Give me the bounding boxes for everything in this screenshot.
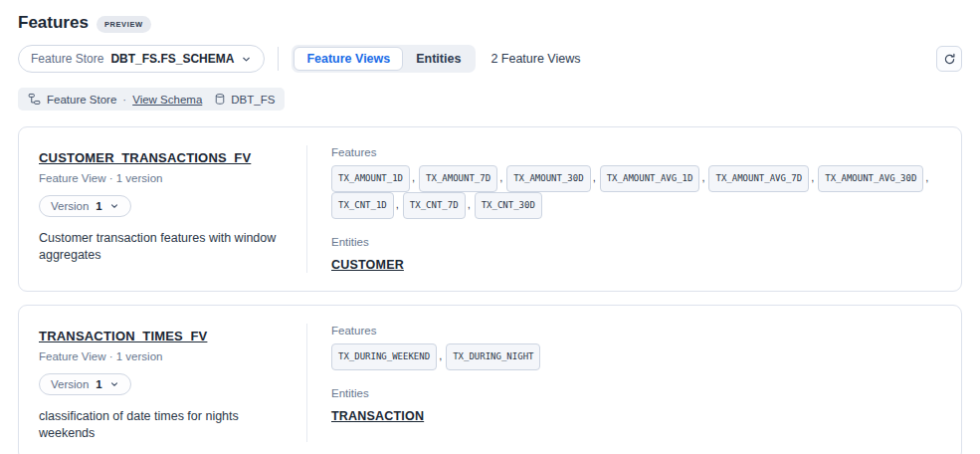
feature-view-subtitle: Feature View · 1 version <box>39 172 283 184</box>
page-title: Features <box>18 13 89 33</box>
refresh-icon <box>943 53 956 66</box>
feature-chip: TX_AMOUNT_7D <box>419 165 497 192</box>
feature-view-subtitle: Feature View · 1 version <box>39 350 283 362</box>
feature-chip: TX_AMOUNT_AVG_1D <box>600 165 700 192</box>
entity-link[interactable]: TRANSACTION <box>331 409 424 423</box>
refresh-button[interactable] <box>936 46 962 72</box>
feature-chip: TX_AMOUNT_1D <box>331 165 410 192</box>
feature-chip: TX_AMOUNT_AVG_7D <box>708 165 809 192</box>
view-tabs: Feature Views Entities <box>292 45 476 73</box>
version-select-label: Version <box>51 200 89 212</box>
comma-separator: , <box>412 171 415 183</box>
entity-link-list: CUSTOMER <box>331 255 937 273</box>
comma-separator: , <box>439 349 442 361</box>
tab-feature-views[interactable]: Feature Views <box>294 47 403 71</box>
database-icon <box>214 93 226 106</box>
comma-separator: , <box>925 171 928 183</box>
entities-section-label: Entities <box>331 387 937 399</box>
version-select-value: 1 <box>96 200 101 212</box>
feature-view-description: classification of date times for nights … <box>39 408 283 442</box>
feature-view-card: CUSTOMER_TRANSACTIONS_FV Feature View · … <box>18 126 962 292</box>
feature-view-list: CUSTOMER_TRANSACTIONS_FV Feature View · … <box>18 126 962 454</box>
comma-separator: , <box>593 171 596 183</box>
feature-store-select[interactable]: Feature Store DBT_FS.FS_SCHEMA <box>18 45 265 73</box>
feature-chip: TX_AMOUNT_AVG_30D <box>818 165 923 192</box>
feature-view-description: Customer transaction features with windo… <box>39 230 283 264</box>
feature-chip: TX_CNT_1D <box>331 192 394 219</box>
comma-separator: , <box>701 171 704 183</box>
comma-separator: , <box>499 171 502 183</box>
breadcrumb: Feature Store · View Schema DBT_FS <box>18 88 285 111</box>
chevron-down-icon <box>109 201 119 211</box>
entity-link-list: TRANSACTION <box>331 406 937 424</box>
feature-view-card: TRANSACTION_TIMES_FV Feature View · 1 ve… <box>18 305 962 454</box>
version-select[interactable]: Version 1 <box>39 373 131 395</box>
feature-store-select-label: Feature Store <box>31 52 103 66</box>
feature-chip-list: TX_DURING_WEEKEND,TX_DURING_NIGHT <box>331 343 937 370</box>
version-select-value: 1 <box>96 378 101 390</box>
feature-store-select-value: DBT_FS.FS_SCHEMA <box>110 52 234 66</box>
features-section-label: Features <box>331 325 937 337</box>
breadcrumb-separator: · <box>122 94 126 106</box>
comma-separator: , <box>396 198 399 210</box>
feature-view-title-link[interactable]: CUSTOMER_TRANSACTIONS_FV <box>39 150 251 165</box>
feature-chip: TX_DURING_WEEKEND <box>331 343 437 370</box>
toolbar: Feature Store DBT_FS.FS_SCHEMA Feature V… <box>18 45 962 73</box>
tab-entities[interactable]: Entities <box>403 47 474 71</box>
version-select[interactable]: Version 1 <box>39 195 131 217</box>
feature-store-hierarchy-icon <box>28 93 41 106</box>
feature-chip: TX_CNT_30D <box>475 192 542 219</box>
view-schema-link[interactable]: View Schema <box>132 94 202 106</box>
breadcrumb-store-label: Feature Store <box>47 94 116 106</box>
preview-badge: PREVIEW <box>97 16 151 33</box>
page-header: Features PREVIEW <box>0 0 980 33</box>
entity-link[interactable]: CUSTOMER <box>331 258 404 272</box>
version-select-label: Version <box>51 378 89 390</box>
chevron-down-icon <box>109 379 119 389</box>
breadcrumb-database-name: DBT_FS <box>231 94 275 106</box>
comma-separator: , <box>811 171 814 183</box>
toolbar-divider <box>278 47 279 71</box>
features-section-label: Features <box>331 146 937 158</box>
chevron-down-icon <box>241 54 252 65</box>
feature-view-title-link[interactable]: TRANSACTION_TIMES_FV <box>39 329 207 343</box>
feature-views-count: 2 Feature Views <box>490 52 580 66</box>
feature-chip: TX_CNT_7D <box>403 192 466 219</box>
breadcrumb-row: Feature Store · View Schema DBT_FS <box>18 88 962 111</box>
comma-separator: , <box>468 198 471 210</box>
feature-chip: TX_AMOUNT_30D <box>506 165 590 192</box>
feature-chip: TX_DURING_NIGHT <box>446 343 540 370</box>
entities-section-label: Entities <box>331 236 937 248</box>
feature-chip-list: TX_AMOUNT_1D,TX_AMOUNT_7D,TX_AMOUNT_30D,… <box>331 165 937 219</box>
